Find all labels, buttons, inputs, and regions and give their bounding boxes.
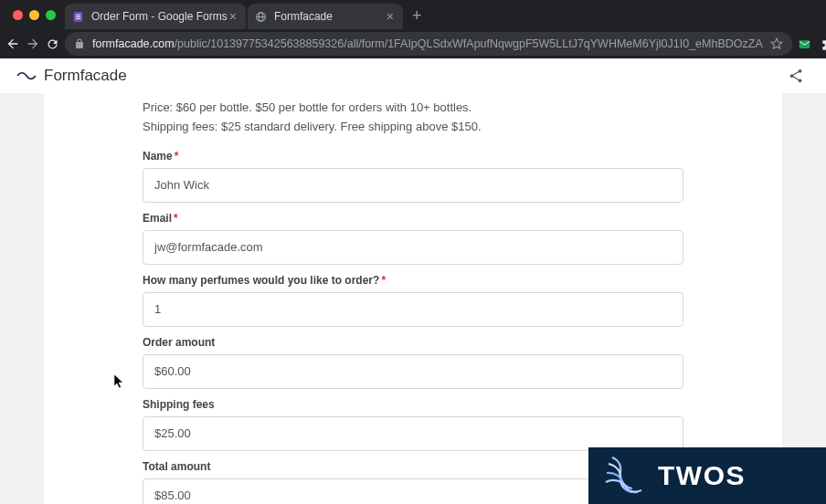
desc-line-2: Shipping fees: $25 standard delivery. Fr…: [143, 118, 683, 137]
watermark: TWOS: [588, 447, 826, 504]
watermark-swirl-icon: [603, 455, 645, 497]
maximize-window[interactable]: [46, 10, 56, 20]
required-marker: *: [175, 150, 179, 163]
address-bar[interactable]: formfacade.com/public/101397753425638859…: [65, 32, 792, 56]
brand[interactable]: Formfacade: [16, 66, 127, 86]
tab-google-forms[interactable]: Order Form - Google Forms ×: [65, 4, 246, 29]
page-header: Formfacade: [0, 58, 826, 93]
toolbar: formfacade.com/public/101397753425638859…: [0, 29, 826, 58]
tab-strip: Order Form - Google Forms × Formfacade ×…: [0, 0, 826, 29]
minimize-window[interactable]: [29, 10, 39, 20]
label-order-amount: Order amount: [143, 336, 683, 349]
bookmark-icon[interactable]: [770, 37, 783, 50]
forward-button[interactable]: [26, 32, 40, 56]
input-quantity[interactable]: [143, 292, 683, 327]
desc-line-1: Price: $60 per bottle. $50 per bottle fo…: [143, 99, 683, 118]
form-area: Price: $60 per bottle. $50 per bottle fo…: [44, 93, 738, 504]
field-order-amount: Order amount: [143, 336, 683, 389]
svg-rect-7: [800, 40, 810, 48]
tab-title: Formfacade: [274, 10, 333, 23]
new-tab-button[interactable]: +: [405, 6, 429, 29]
extension-icons: [798, 37, 826, 51]
close-window[interactable]: [13, 10, 23, 20]
required-marker: *: [174, 212, 178, 225]
svg-rect-1: [76, 14, 80, 15]
page-icon: [255, 11, 267, 23]
close-tab-icon[interactable]: ×: [385, 9, 396, 24]
tab-title: Order Form - Google Forms: [91, 10, 228, 23]
input-shipping-fees[interactable]: [143, 416, 683, 451]
formfacade-logo-icon: [16, 66, 37, 86]
lock-icon: [74, 38, 85, 49]
reload-button[interactable]: [46, 32, 59, 56]
form-description: Price: $60 per bottle. $50 per bottle fo…: [143, 99, 683, 137]
extensions-icon[interactable]: [821, 37, 826, 51]
right-gutter: [782, 93, 826, 504]
window-controls: [5, 10, 65, 29]
svg-line-17: [793, 77, 799, 80]
input-order-amount[interactable]: [143, 354, 683, 389]
field-email: Email*: [143, 212, 683, 265]
svg-rect-2: [76, 16, 80, 16]
page-viewport: Formfacade Price: $60 per bottle. $50 pe…: [0, 58, 826, 504]
required-marker: *: [381, 274, 386, 287]
back-button[interactable]: [5, 32, 20, 56]
watermark-text: TWOS: [658, 460, 746, 491]
field-shipping-fees: Shipping fees: [143, 398, 683, 451]
url-display: formfacade.com/public/101397753425638859…: [92, 37, 763, 50]
label-quantity: How many perfumes would you like to orde…: [143, 274, 683, 287]
google-forms-icon: [72, 11, 84, 23]
left-gutter: [0, 93, 44, 504]
svg-rect-3: [76, 18, 80, 19]
tab-formfacade[interactable]: Formfacade ×: [248, 4, 403, 29]
close-tab-icon[interactable]: ×: [228, 9, 238, 24]
label-shipping-fees: Shipping fees: [143, 398, 683, 411]
field-name: Name*: [143, 150, 683, 203]
mail-extension-icon[interactable]: [798, 37, 812, 51]
content-wrap: Price: $60 per bottle. $50 per bottle fo…: [0, 93, 826, 504]
input-email[interactable]: [143, 230, 683, 265]
label-email: Email*: [143, 212, 683, 225]
field-quantity: How many perfumes would you like to orde…: [143, 274, 683, 327]
label-name: Name*: [143, 150, 683, 163]
svg-line-16: [793, 72, 799, 76]
brand-name: Formfacade: [44, 67, 127, 85]
input-name[interactable]: [143, 168, 683, 203]
share-button[interactable]: [782, 62, 810, 89]
browser-chrome: Order Form - Google Forms × Formfacade ×…: [0, 0, 826, 58]
